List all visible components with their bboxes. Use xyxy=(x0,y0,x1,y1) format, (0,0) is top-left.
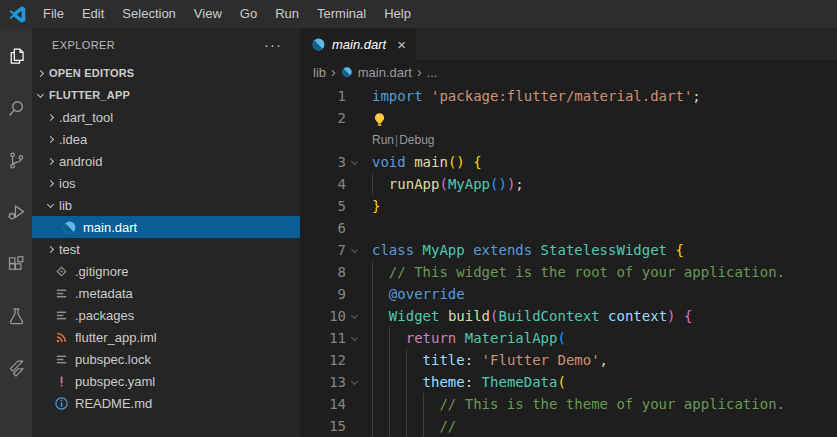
sidebar-title: EXPLORER xyxy=(52,39,115,51)
code-line-content[interactable]: // This is the theme of your application… xyxy=(362,393,785,415)
indent-guide xyxy=(389,371,406,393)
code-line-content[interactable]: void main() { xyxy=(362,151,482,173)
tree-item-label: pubspec.lock xyxy=(75,352,151,367)
line-number[interactable]: 5 xyxy=(300,195,346,217)
line-number[interactable]: 7 xyxy=(300,239,346,261)
code-editor[interactable]: 1import 'package:flutter/material.dart';… xyxy=(300,84,837,437)
lightbulb-icon[interactable] xyxy=(372,112,387,127)
gutter-spacer xyxy=(346,283,362,305)
line-number[interactable]: 2 xyxy=(300,107,346,129)
breadcrumb-item[interactable]: main.dart xyxy=(341,65,412,80)
code-token: // This is the theme of your application… xyxy=(439,393,785,415)
breadcrumb-item[interactable]: lib xyxy=(313,65,326,80)
fold-chevron-icon[interactable] xyxy=(346,151,362,173)
tree-item-label: .packages xyxy=(75,308,134,323)
gutter-spacer xyxy=(346,85,362,107)
tree-file-metadata[interactable]: .metadata xyxy=(32,282,300,304)
close-icon[interactable]: × xyxy=(397,37,406,52)
fold-chevron-icon[interactable] xyxy=(346,327,362,349)
run-and-debug-icon[interactable] xyxy=(0,186,32,238)
tree-file-pubspec-lock[interactable]: pubspec.lock xyxy=(32,348,300,370)
tree-item-label: ios xyxy=(59,176,76,191)
line-number[interactable]: 4 xyxy=(300,173,346,195)
menu-go[interactable]: Go xyxy=(231,0,266,28)
chevron-down-icon xyxy=(350,333,357,340)
code-line-content[interactable]: import 'package:flutter/material.dart'; xyxy=(362,85,701,107)
source-control-icon[interactable] xyxy=(0,134,32,186)
line-number[interactable]: 13 xyxy=(300,371,346,393)
menu-edit[interactable]: Edit xyxy=(73,0,113,28)
menu-help[interactable]: Help xyxy=(375,0,420,28)
line-number[interactable]: 9 xyxy=(300,283,346,305)
code-line-content[interactable]: Widget build(BuildContext context) { xyxy=(362,305,692,327)
tree-folder-idea[interactable]: .idea xyxy=(32,128,300,150)
indent-guide xyxy=(406,393,423,415)
menu-selection[interactable]: Selection xyxy=(113,0,184,28)
code-token: extends xyxy=(465,239,541,261)
tree-file-gitignore[interactable]: .gitignore xyxy=(32,260,300,282)
tab-main-dart[interactable]: main.dart × xyxy=(300,28,416,60)
explorer-icon[interactable] xyxy=(0,30,32,82)
extensions-icon[interactable] xyxy=(0,238,32,290)
tree-folder-android[interactable]: android xyxy=(32,150,300,172)
line-number[interactable]: 3 xyxy=(300,151,346,173)
tree-item-label: .metadata xyxy=(75,286,133,301)
menu-run[interactable]: Run xyxy=(266,0,308,28)
tree-file-packages[interactable]: .packages xyxy=(32,304,300,326)
gutter-spacer xyxy=(346,129,362,151)
code-line-content[interactable]: runApp(MyApp()); xyxy=(362,173,524,195)
line-number[interactable]: 1 xyxy=(300,85,346,107)
flutter-icon[interactable] xyxy=(0,342,32,394)
fold-chevron-icon[interactable] xyxy=(346,371,362,393)
line-number[interactable]: 8 xyxy=(300,261,346,283)
code-token: void xyxy=(372,151,414,173)
tree-folder-dart-tool[interactable]: .dart_tool xyxy=(32,106,300,128)
code-line-content[interactable]: // This widget is the root of your appli… xyxy=(362,261,785,283)
code-line-content[interactable] xyxy=(362,217,372,239)
tree-file-flutter-app-iml[interactable]: flutter_app.iml xyxy=(32,326,300,348)
menu-view[interactable]: View xyxy=(185,0,231,28)
code-line: 8 // This widget is the root of your app… xyxy=(300,261,837,283)
workspace-root-section[interactable]: FLUTTER_APP xyxy=(32,84,300,106)
code-line-content[interactable]: return MaterialApp( xyxy=(362,327,566,349)
codelens-debug-link[interactable]: Debug xyxy=(399,129,434,151)
code-line-content[interactable]: class MyApp extends StatelessWidget { xyxy=(362,239,684,261)
chevron-down-icon xyxy=(350,377,357,384)
code-token: () xyxy=(448,151,465,173)
code-line-content[interactable]: // xyxy=(362,415,456,437)
tree-folder-test[interactable]: test xyxy=(32,238,300,260)
tree-folder-lib[interactable]: lib xyxy=(32,194,300,216)
tree-file-main-dart[interactable]: main.dart xyxy=(32,216,300,238)
codelens-run-link[interactable]: Run xyxy=(372,129,394,151)
info-icon xyxy=(54,396,69,411)
tree-folder-ios[interactable]: ios xyxy=(32,172,300,194)
tree-file-pubspec-yaml[interactable]: pubspec.yaml xyxy=(32,370,300,392)
line-number[interactable]: 11 xyxy=(300,327,346,349)
breadcrumb-item[interactable]: ... xyxy=(427,65,438,80)
fold-chevron-icon[interactable] xyxy=(346,305,362,327)
codelens[interactable]: Run|Debug xyxy=(362,129,435,151)
code-line-content[interactable]: title: 'Flutter Demo', xyxy=(362,349,608,371)
open-editors-section[interactable]: OPEN EDITORS xyxy=(32,62,300,84)
menu-bar: FileEditSelectionViewGoRunTerminalHelp xyxy=(34,0,420,28)
dart-icon xyxy=(311,37,326,52)
code-line-content[interactable] xyxy=(362,107,387,129)
code-line-content[interactable]: theme: ThemeData( xyxy=(362,371,566,393)
code-token: MyApp xyxy=(448,173,490,195)
line-number[interactable]: 12 xyxy=(300,349,346,371)
fold-chevron-icon[interactable] xyxy=(346,239,362,261)
menu-file[interactable]: File xyxy=(34,0,73,28)
code-line: 14 // This is the theme of your applicat… xyxy=(300,393,837,415)
menu-terminal[interactable]: Terminal xyxy=(308,0,375,28)
testing-icon[interactable] xyxy=(0,290,32,342)
code-token: ; xyxy=(692,85,700,107)
more-actions-icon[interactable]: ··· xyxy=(264,40,282,50)
line-number[interactable]: 10 xyxy=(300,305,346,327)
code-line-content[interactable]: } xyxy=(362,195,380,217)
code-line-content[interactable]: @override xyxy=(362,283,465,305)
line-number[interactable]: 6 xyxy=(300,217,346,239)
line-number[interactable]: 15 xyxy=(300,415,346,437)
line-number[interactable]: 14 xyxy=(300,393,346,415)
search-icon[interactable] xyxy=(0,82,32,134)
tree-file-readme-md[interactable]: README.md xyxy=(32,392,300,414)
